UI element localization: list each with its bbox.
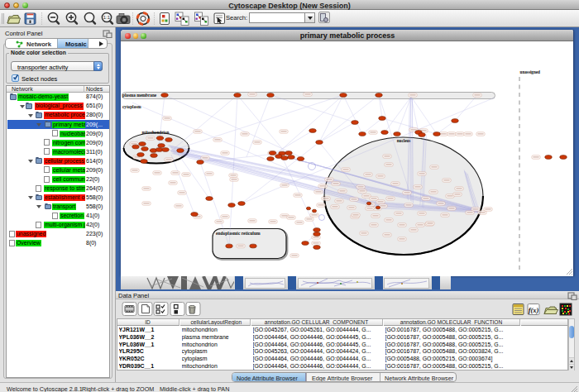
svg-text:endoplasmic reticulum: endoplasmic reticulum bbox=[216, 231, 261, 236]
svg-text:cytoplasm: cytoplasm bbox=[122, 104, 141, 109]
svg-text:f(x): f(x) bbox=[529, 306, 539, 314]
svg-text:mitochondrion: mitochondrion bbox=[142, 130, 170, 135]
svg-text:plasma membrane: plasma membrane bbox=[122, 93, 157, 98]
svg-text:unassigned: unassigned bbox=[520, 69, 541, 74]
